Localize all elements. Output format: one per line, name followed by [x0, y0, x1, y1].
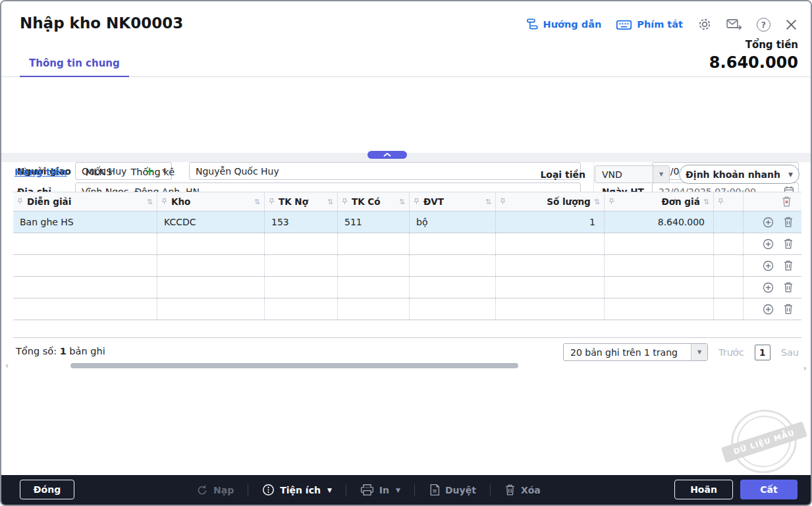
- delete-row-icon[interactable]: [783, 260, 794, 271]
- collapse-form-button[interactable]: [367, 151, 407, 159]
- cell-tk-no[interactable]: 153: [265, 211, 338, 233]
- cell-dien-giai[interactable]: Ban ghe HS: [13, 211, 157, 233]
- cell[interactable]: [496, 233, 605, 254]
- delete-all-rows-icon[interactable]: [781, 196, 792, 208]
- utilities-button[interactable]: Tiện ích ▼: [262, 484, 332, 496]
- column-header-so-luong[interactable]: Số lượng ⇅: [496, 192, 605, 211]
- print-button[interactable]: In ▼: [360, 484, 400, 496]
- cell[interactable]: [157, 277, 265, 298]
- delete-row-icon[interactable]: [783, 216, 794, 228]
- cell[interactable]: [496, 255, 605, 276]
- shortcuts-link[interactable]: Phím tắt: [616, 18, 683, 31]
- shortcuts-link-label: Phím tắt: [637, 19, 683, 30]
- delete-row-icon[interactable]: [783, 281, 794, 293]
- add-row-icon[interactable]: [762, 303, 774, 316]
- add-row-icon[interactable]: [762, 216, 774, 229]
- pin-icon[interactable]: [413, 198, 420, 206]
- prev-page-button[interactable]: Trước: [718, 347, 744, 358]
- pin-icon[interactable]: [16, 198, 24, 206]
- pin-icon[interactable]: [499, 198, 506, 206]
- sort-icon: ⇅: [147, 198, 153, 206]
- save-button[interactable]: Cất: [740, 480, 798, 499]
- cell[interactable]: [338, 277, 410, 298]
- cell[interactable]: [13, 233, 157, 254]
- cell[interactable]: [157, 233, 265, 254]
- cell[interactable]: [265, 277, 338, 298]
- current-page-box[interactable]: 1: [755, 345, 771, 360]
- column-header-dien-giai[interactable]: Diễn giải ⇅: [13, 192, 157, 211]
- cell[interactable]: [13, 255, 157, 276]
- cell[interactable]: [605, 298, 714, 320]
- cell-kho[interactable]: KCCDC: [157, 211, 265, 233]
- sort-icon: ⇅: [254, 198, 260, 206]
- tab-hang-tien[interactable]: Hàng tiền: [14, 167, 67, 177]
- pin-icon[interactable]: [161, 198, 168, 206]
- delete-row-icon[interactable]: [783, 238, 794, 250]
- cell-dvt[interactable]: bộ: [410, 211, 496, 233]
- column-header-dvt[interactable]: ĐVT ⇅: [410, 192, 496, 211]
- currency-label: Loại tiền: [540, 169, 585, 180]
- cell[interactable]: [410, 255, 496, 276]
- cell[interactable]: [605, 233, 714, 254]
- cell-tk-co[interactable]: 511: [338, 211, 410, 233]
- cell[interactable]: [496, 277, 605, 298]
- cell[interactable]: [605, 255, 714, 276]
- delete-row-icon[interactable]: [783, 303, 794, 315]
- nguoi-giao-name-input[interactable]: [189, 162, 581, 180]
- close-button[interactable]: Đóng: [20, 480, 74, 499]
- guide-link-label: Hướng dẫn: [543, 19, 602, 30]
- page-size-select[interactable]: 20 bản ghi trên 1 trang ▼: [563, 343, 708, 361]
- cell[interactable]: [410, 277, 496, 298]
- column-header-tk-co[interactable]: TK Có ⇅: [338, 192, 410, 211]
- cell[interactable]: [338, 255, 410, 276]
- guide-link[interactable]: Hướng dẫn: [526, 18, 602, 31]
- cell[interactable]: [496, 298, 605, 320]
- column-header-tk-no[interactable]: TK Nợ ⇅: [265, 192, 338, 211]
- postpone-button[interactable]: Hoãn: [674, 480, 733, 499]
- cell[interactable]: [13, 298, 157, 320]
- column-header-don-gia[interactable]: Đơn giá ⇅: [605, 192, 714, 211]
- help-button[interactable]: [757, 18, 771, 32]
- tab-mlns[interactable]: MLNS: [86, 167, 113, 177]
- add-person-icon[interactable]: +: [143, 164, 156, 179]
- pin-icon[interactable]: [341, 198, 348, 206]
- add-row-icon[interactable]: [762, 238, 774, 250]
- cell[interactable]: [410, 298, 496, 320]
- cell[interactable]: [338, 233, 410, 254]
- cell[interactable]: [13, 277, 157, 298]
- currency-select[interactable]: VND ▼: [595, 165, 670, 183]
- next-page-button[interactable]: Sau: [781, 347, 799, 358]
- cell[interactable]: [157, 255, 265, 276]
- reload-button[interactable]: Nạp: [196, 484, 234, 496]
- table-row: Ban ghe HS KCCDC 153 511 bộ 1 8.640.000: [13, 211, 801, 233]
- cell[interactable]: [265, 233, 338, 254]
- cell[interactable]: [605, 277, 714, 298]
- close-window-button[interactable]: [785, 18, 798, 31]
- cell[interactable]: [157, 298, 265, 320]
- delete-button[interactable]: Xóa: [504, 484, 541, 496]
- sort-icon: ⇅: [594, 198, 600, 206]
- scroll-right-arrow[interactable]: ›: [803, 364, 807, 373]
- add-row-icon[interactable]: [762, 260, 774, 272]
- scrollbar-thumb[interactable]: [70, 363, 518, 368]
- cell[interactable]: [338, 298, 410, 320]
- column-header-kho[interactable]: Kho ⇅: [157, 192, 265, 211]
- column-label: Diễn giải: [27, 196, 71, 207]
- column-label: Đơn giá: [661, 196, 699, 207]
- cell[interactable]: [410, 233, 496, 254]
- cell[interactable]: [265, 255, 338, 276]
- quick-posting-button[interactable]: Định khoản nhanh ▼: [679, 165, 799, 184]
- cell-so-luong[interactable]: 1: [496, 211, 605, 233]
- pin-icon[interactable]: [717, 198, 724, 206]
- pin-icon[interactable]: [608, 198, 615, 206]
- cell-don-gia[interactable]: 8.640.000: [605, 211, 714, 233]
- send-mail-button[interactable]: [726, 18, 742, 31]
- tab-thong-tin-chung[interactable]: Thông tin chung: [20, 57, 129, 78]
- scroll-left-arrow[interactable]: ‹: [5, 361, 9, 370]
- column-header-pin[interactable]: [714, 192, 744, 211]
- approve-button[interactable]: Duyệt: [429, 484, 476, 496]
- add-row-icon[interactable]: [762, 281, 774, 294]
- settings-button[interactable]: [697, 17, 712, 32]
- pin-icon[interactable]: [268, 198, 275, 206]
- cell[interactable]: [265, 298, 338, 320]
